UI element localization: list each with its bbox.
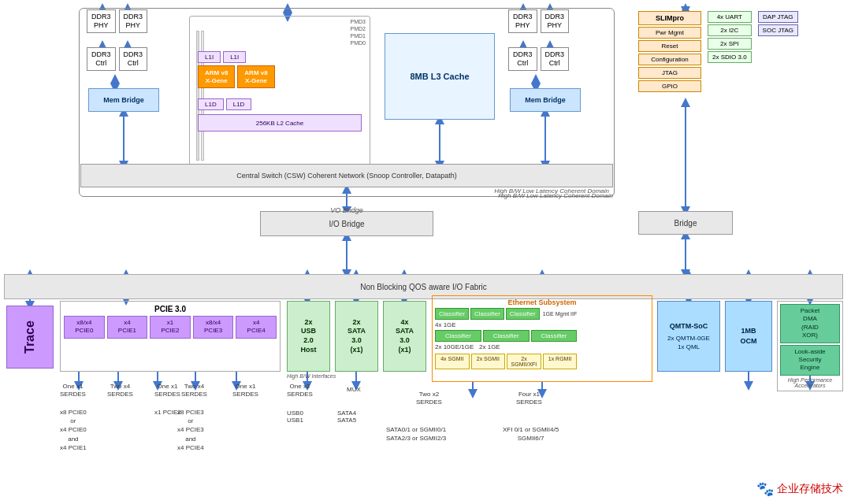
arm-box2: ARM v8X-Gene: [237, 65, 274, 88]
i2c-2x: 2x I2C: [708, 24, 752, 36]
l3-cache: 8MB L3 Cache: [385, 33, 495, 120]
classifier-row1: Classifier Classifier Classifier 1GE Mgm…: [435, 308, 577, 320]
l2-cache: 256KB L2 Cache: [198, 114, 362, 132]
usb-box: 2x USB 2.0 Host: [287, 301, 330, 372]
pcie-box-2: x1PCIE2: [150, 316, 191, 339]
slimpro-group: SLIMpro Pwr Mgmt Reset Configuration JTA…: [638, 11, 835, 92]
qmtm-title: QMTM-SoC: [670, 321, 708, 332]
serdes-pcie1: Two x4SERDES: [107, 383, 133, 399]
pcie-box-0: x8/x4PCIE0: [64, 316, 105, 339]
classifier-row2: Classifier Classifier Classifier: [435, 330, 577, 342]
ddr3-ctrl1: DDR3Ctrl: [87, 47, 116, 71]
classifier-4: Classifier: [435, 330, 481, 342]
pcie-row: x8/x4PCIE0 x4PCIE1 x1PCIE2 x8/x4PCIE3 x4…: [64, 316, 277, 339]
watermark-text: 企业存储技术: [777, 482, 843, 496]
dap-jtag: DAP JTAG: [758, 11, 798, 23]
ocm-box: 1MB OCM: [725, 301, 772, 372]
arm-box1: ARM v8X-Gene: [198, 65, 235, 88]
slimpro-title: SLIMpro: [638, 11, 701, 25]
ocm-label: 1MB OCM: [741, 326, 757, 346]
ddr3-ctrl2: DDR3Ctrl: [119, 47, 148, 71]
config-item: Configuration: [638, 54, 701, 65]
uart-4x: 4x UART: [708, 11, 752, 23]
mem-bridge-right: Mem Bridge: [510, 88, 581, 112]
bottom-sata01-text: SATA0/1 or SGMII0/1SATA2/3 or SGMII2/3: [386, 425, 446, 443]
accel-label: High Performance Accelerators: [780, 377, 840, 388]
serdes-pcie3: Two x4SERDES: [181, 383, 207, 399]
ddr3-left-phy-group: DDR3PHY DDR3PHY: [87, 9, 147, 33]
pcie-box-3: x8/x4PCIE3: [193, 316, 234, 339]
l1d-row: L1D L1D: [198, 98, 251, 110]
serdes-eth: Four x1SERDES: [516, 391, 542, 407]
bottom-sata-text: SATA4SATA5: [337, 410, 356, 424]
ddr3-phy2: DDR3PHY: [119, 9, 148, 33]
watermark: 🐾 企业存储技术: [756, 480, 843, 498]
sata1-label: 2x SATA 3.0 (x1): [347, 318, 366, 355]
bottom-pcie0-text: x8 PCIE0orx4 PCIE0andx4 PCIE1: [60, 408, 87, 452]
packet-dma: PacketDMA(RAIDXOR): [780, 304, 840, 343]
ddr3-right-phy-group: DDR3PHY DDR3PHY: [508, 9, 569, 33]
bridge-right: Bridge: [638, 211, 733, 235]
sgmii-2x: 2x SGMII: [471, 354, 506, 369]
sdio-2x: 2x SDIO 3.0: [708, 51, 752, 63]
serdes-pcie0: One x1SERDES: [60, 383, 86, 399]
l1i-box2: L1I: [223, 51, 246, 63]
watermark-icon: 🐾: [756, 480, 774, 498]
classifier-1: Classifier: [435, 308, 469, 320]
classifier-3: Classifier: [506, 308, 540, 320]
accelerator-group: PacketDMA(RAIDXOR) Look-asideSecurityEng…: [777, 301, 843, 391]
sgmii-row: 4x SGMII 2x SGMII 2x SGMII/XFI 1x RGMII: [435, 354, 577, 369]
ddr3-left-ctrl-group: DDR3Ctrl DDR3Ctrl: [87, 47, 147, 71]
spi-2x: 2x SPI: [708, 38, 752, 50]
sata2-label: 4x SATA 3.0 (x1): [396, 318, 414, 355]
high-bw-label: High B/W Interfaces: [287, 373, 336, 379]
ddr3-right-ctrl-group: DDR3Ctrl DDR3Ctrl: [508, 47, 569, 71]
pcie-group: PCIE 3.0 x8/x4PCIE0 x4PCIE1 x1PCIE2 x8/x…: [60, 301, 281, 372]
usb-label: 2x USB 2.0 Host: [301, 318, 317, 355]
ddr3-right-phy2: DDR3PHY: [541, 9, 570, 33]
sgmii-xfi: 2x SGMII/XFI: [507, 354, 541, 369]
classifier-6: Classifier: [531, 330, 578, 342]
pmd0-label: PMD0: [351, 39, 366, 46]
serdes-pcie2: One x1SERDES: [154, 383, 180, 399]
classifier-2: Classifier: [470, 308, 504, 320]
mem-bridge-left: Mem Bridge: [88, 88, 159, 112]
sgmii-4x: 4x SGMII: [435, 354, 470, 369]
pcie-box-4: x4PCIE4: [236, 316, 277, 339]
uart-group: 4x UART 2x I2C 2x SPI 2x SDIO 3.0: [708, 11, 752, 63]
classifier-5: Classifier: [483, 330, 530, 342]
serdes-pcie4: One x1SERDES: [232, 383, 258, 399]
pmd3-label: PMD3: [351, 18, 366, 25]
dap-group: DAP JTAG SOC JTAG: [758, 11, 798, 36]
bottom-xfi-text: XFI 0/1 or SGMII4/5SGMII6/7: [503, 425, 559, 443]
rgmii-1x: 1x RGMII: [543, 354, 578, 369]
io-fabric: Non Blocking QOS aware I/O Fabric: [4, 274, 843, 299]
ddr3-right-ctrl2: DDR3Ctrl: [541, 47, 570, 71]
pcie-box-1: x4PCIE1: [107, 316, 148, 339]
ddr3-phy1: DDR3PHY: [87, 9, 116, 33]
io-bridge: I/O Bridge: [260, 211, 433, 236]
serdes-sata-mux: MUX: [347, 386, 361, 394]
mgmt-label: 1GE Mgmt IIF: [543, 308, 578, 320]
serdes-sata2: Two x2SERDES: [416, 391, 442, 407]
qmtm-subtitle: 2x QMTM-0GE 1x QML: [667, 334, 710, 351]
eth-title: Ethernet Subsystem: [435, 298, 649, 306]
l1i-row: L1I L1I: [198, 51, 246, 63]
central-switch: Central Switch (CSW) Coherent Network (S…: [80, 164, 613, 187]
bottom-usb-text: USB0USB1: [287, 410, 303, 424]
jtag-item: JTAG: [638, 67, 701, 79]
hbll-label: High B/W Low Latency Coherent Domain: [80, 192, 613, 199]
sata2-box: 4x SATA 3.0 (x1): [383, 301, 426, 372]
l1d-box2: L1D: [226, 98, 252, 110]
vo-bridge-label: VO Bridge: [260, 206, 433, 214]
l1i-box1: L1I: [198, 51, 221, 63]
soc-jtag: SOC JTAG: [758, 24, 798, 36]
pcie-title: PCIE 3.0: [64, 305, 277, 313]
qmtm-box: QMTM-SoC 2x QMTM-0GE 1x QML: [657, 301, 720, 372]
sata1-box: 2x SATA 3.0 (x1): [335, 301, 378, 372]
cpu-cluster: PMD3 PMD2 PMD1 PMD0 L1I L1I ARM v8X-Gene…: [189, 16, 370, 165]
pmd1-label: PMD1: [351, 32, 366, 39]
slimpro-sub: Pwr Mgmt Reset Configuration JTAG GPIO: [638, 27, 701, 92]
pwr-mgmt: Pwr Mgmt: [638, 27, 701, 39]
reset-item: Reset: [638, 40, 701, 52]
